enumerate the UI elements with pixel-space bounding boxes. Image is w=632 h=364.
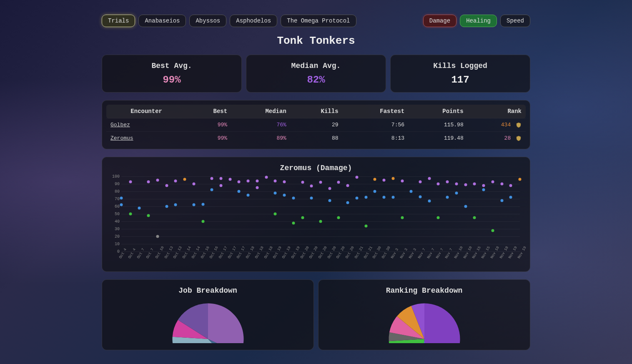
scatter-point[interactable]	[211, 177, 213, 180]
scatter-point[interactable]	[283, 180, 286, 183]
scatter-point[interactable]	[274, 191, 277, 194]
nav-tab-abyssos[interactable]: Abyssos	[189, 15, 226, 27]
scatter-point[interactable]	[491, 229, 494, 232]
scatter-point[interactable]	[482, 188, 485, 191]
scatter-point[interactable]	[211, 188, 213, 191]
scatter-point[interactable]	[519, 178, 522, 181]
scatter-point[interactable]	[238, 190, 241, 193]
nav-tab-anabaseios[interactable]: Anabaseios	[138, 15, 186, 27]
scatter-point[interactable]	[274, 213, 277, 216]
scatter-point[interactable]	[192, 183, 195, 186]
pie-slice[interactable]	[208, 304, 244, 344]
scatter-point[interactable]	[220, 177, 223, 180]
scatter-point[interactable]	[482, 184, 485, 187]
scatter-point[interactable]	[500, 199, 503, 202]
pie-slice[interactable]	[424, 304, 460, 344]
scatter-point[interactable]	[156, 235, 159, 238]
job-pie-chart[interactable]	[171, 301, 246, 343]
scatter-point[interactable]	[509, 196, 512, 199]
scatter-point[interactable]	[500, 183, 503, 186]
scatter-point[interactable]	[401, 179, 404, 182]
scatter-point[interactable]	[374, 178, 376, 181]
scatter-point[interactable]	[364, 224, 367, 227]
ranking-pie-chart[interactable]	[387, 301, 462, 343]
encounter-name-link[interactable]: Golbez	[110, 122, 130, 128]
scatter-point[interactable]	[147, 214, 150, 217]
scatter-point[interactable]	[292, 197, 295, 200]
metric-tab-damage[interactable]: Damage	[423, 15, 456, 27]
nav-tab-trials[interactable]: Trials	[102, 15, 135, 27]
scatter-point[interactable]	[428, 177, 431, 180]
scatter-point[interactable]	[301, 216, 304, 219]
scatter-point[interactable]	[129, 213, 132, 216]
scatter-point[interactable]	[446, 180, 449, 183]
scatter-point[interactable]	[138, 206, 141, 209]
scatter-point[interactable]	[428, 200, 431, 203]
scatter-point[interactable]	[401, 216, 404, 219]
scatter-chart[interactable]: 0102030405060708090100 Oct 4Oct 4Oct 7Oc…	[109, 176, 523, 268]
scatter-point[interactable]	[419, 180, 422, 183]
scatter-point[interactable]	[473, 183, 476, 186]
scatter-point[interactable]	[147, 180, 150, 183]
scatter-point[interactable]	[283, 194, 286, 197]
scatter-point[interactable]	[446, 196, 449, 199]
scatter-point[interactable]	[473, 216, 476, 219]
scatter-point[interactable]	[364, 196, 367, 199]
scatter-point[interactable]	[301, 181, 304, 184]
scatter-point[interactable]	[391, 196, 394, 199]
scatter-point[interactable]	[201, 203, 204, 206]
scatter-point[interactable]	[337, 216, 340, 219]
scatter-point[interactable]	[165, 184, 168, 187]
scatter-point[interactable]	[183, 178, 186, 181]
encounter-name-link[interactable]: Zeromus	[110, 135, 133, 141]
scatter-point[interactable]	[374, 190, 376, 193]
scatter-point[interactable]	[247, 179, 250, 182]
scatter-point[interactable]	[383, 196, 386, 199]
scatter-point[interactable]	[256, 179, 258, 182]
nav-tab-asphodelos[interactable]: Asphodelos	[230, 15, 277, 27]
scatter-point[interactable]	[120, 197, 123, 200]
scatter-point[interactable]	[464, 183, 467, 186]
scatter-point[interactable]	[355, 197, 358, 200]
scatter-point[interactable]	[328, 199, 331, 202]
metric-tab-speed[interactable]: Speed	[500, 15, 530, 27]
scatter-point[interactable]	[319, 181, 322, 184]
scatter-point[interactable]	[174, 179, 177, 182]
scatter-point[interactable]	[509, 184, 512, 187]
scatter-point[interactable]	[419, 195, 422, 198]
nav-tab-the-omega-protocol[interactable]: The Omega Protocol	[281, 15, 356, 27]
scatter-point[interactable]	[337, 181, 340, 184]
scatter-point[interactable]	[383, 179, 386, 182]
scatter-point[interactable]	[437, 216, 440, 219]
scatter-point[interactable]	[464, 205, 467, 208]
scatter-point[interactable]	[238, 180, 241, 183]
scatter-point[interactable]	[201, 220, 204, 223]
scatter-point[interactable]	[156, 179, 159, 182]
scatter-point[interactable]	[328, 187, 331, 190]
scatter-point[interactable]	[129, 180, 132, 183]
scatter-point[interactable]	[228, 178, 231, 181]
scatter-point[interactable]	[455, 183, 458, 186]
scatter-point[interactable]	[346, 184, 349, 187]
scatter-point[interactable]	[165, 205, 168, 208]
scatter-point[interactable]	[292, 221, 295, 224]
scatter-point[interactable]	[310, 197, 313, 200]
scatter-point[interactable]	[410, 190, 413, 193]
scatter-point[interactable]	[437, 183, 440, 186]
scatter-point[interactable]	[220, 184, 223, 187]
scatter-point[interactable]	[274, 179, 277, 182]
scatter-point[interactable]	[355, 176, 358, 178]
scatter-point[interactable]	[120, 203, 123, 206]
scatter-point[interactable]	[391, 177, 394, 180]
scatter-point[interactable]	[247, 194, 250, 197]
scatter-point[interactable]	[491, 180, 494, 183]
scatter-point[interactable]	[192, 203, 195, 206]
scatter-point[interactable]	[455, 191, 458, 194]
scatter-point[interactable]	[346, 201, 349, 204]
scatter-point[interactable]	[265, 176, 268, 178]
scatter-point[interactable]	[319, 220, 322, 223]
scatter-point[interactable]	[174, 203, 177, 206]
scatter-point[interactable]	[256, 186, 258, 189]
scatter-point[interactable]	[310, 185, 313, 188]
metric-tab-healing[interactable]: Healing	[460, 15, 497, 27]
